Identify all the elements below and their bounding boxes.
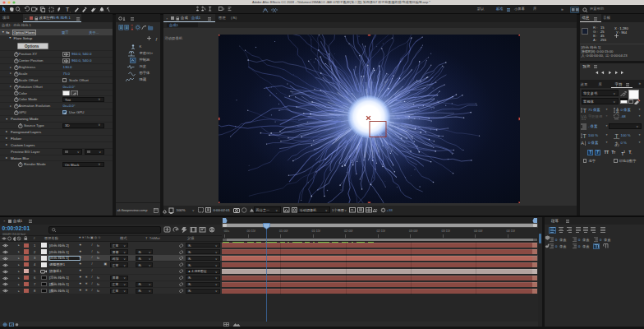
svg-text:T: T [66,6,70,13]
svg-text:A: A [581,141,584,146]
svg-text:A: A [616,109,619,114]
svg-text:V: V [581,114,584,119]
svg-text:T: T [614,133,619,139]
svg-text:T: T [582,107,586,114]
svg-text:f: f [155,37,157,42]
svg-text:,: , [70,8,71,12]
svg-text:T: T [582,133,586,139]
svg-text:A: A [616,107,619,112]
svg-text:A: A [583,114,586,119]
svg-text:あ: あ [614,141,619,147]
